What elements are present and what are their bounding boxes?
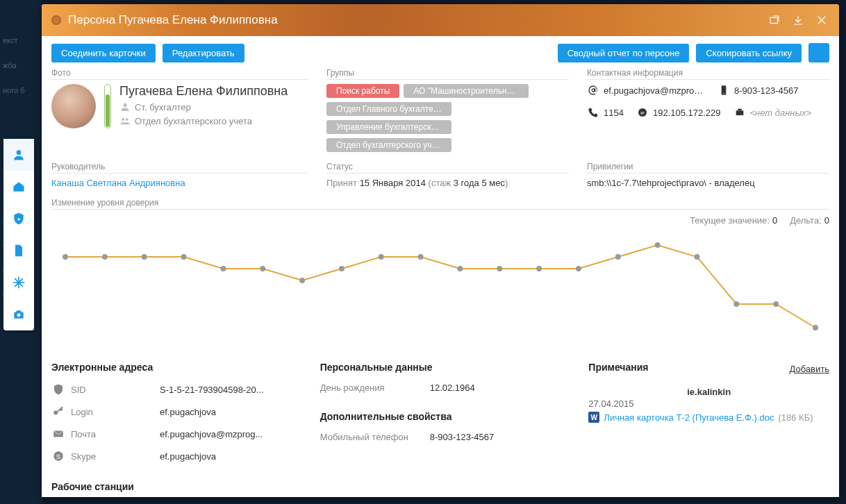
ip-icon: IP [636,106,649,119]
chart-readout: Текущее значение:0 Дельта:0 [690,215,829,226]
rail-snowflake-icon[interactable] [3,267,34,299]
contact-fax: <нет данных> [750,108,812,118]
pd-title: Персональные данные [320,362,561,373]
ap-mobile-value: 8-903-123-4567 [430,432,561,442]
section-contact: Контактная информация [587,68,829,80]
section-manager: Руководитель [51,162,308,174]
login-value: ef.pugachjova [160,407,292,417]
window-title: Персона Пугачева Елена Филипповна [68,13,278,27]
note-file-size: (186 КБ) [778,412,813,423]
mail-value: ef.pugachjova@mzprog... [160,429,292,439]
trust-gauge [104,84,111,128]
section-trust: Изменение уровня доверия [51,198,829,210]
ap-title: Дополнительные свойства [320,411,561,422]
svg-point-5 [126,118,128,121]
svg-point-0 [17,150,22,155]
mobile-icon [718,84,730,96]
note-file-link[interactable]: Личная карточка Т-2 (Пугачева Е.Ф.).doc [604,412,774,423]
skype-icon: S [51,449,65,463]
svg-point-30 [773,301,779,307]
window-popout-icon[interactable] [767,12,782,28]
shield-icon [51,383,65,396]
title-bar: Персона Пугачева Елена Филипповна [42,4,839,36]
upload-button[interactable] [808,43,829,62]
svg-point-28 [694,254,699,260]
persona-card: Персона Пугачева Елена Филипповна Соедин… [42,4,839,497]
merge-cards-button[interactable]: Соединить карточки [51,44,156,62]
svg-point-24 [536,266,542,271]
svg-point-13 [102,254,108,260]
svg-point-21 [418,254,424,260]
status-dot-icon [51,15,61,25]
svg-point-17 [260,266,265,271]
svg-point-4 [122,118,124,121]
fax-icon [733,106,746,119]
rail-camera-icon[interactable] [3,299,34,330]
group-pill[interactable]: Отдел бухгалтерского учета [326,138,451,152]
eaddr-title: Электронные адреса [51,362,292,373]
svg-point-1 [17,313,21,317]
svg-point-27 [655,242,661,248]
group-pill[interactable]: АО "Машиностроительный з... [404,84,529,98]
person-name: Пугачева Елена Филипповна [119,84,288,99]
contact-info: ef.pugachjova@mzprogress... 8-903-123-45… [587,84,829,119]
section-groups: Группы [326,68,569,80]
key-icon [51,405,65,419]
person-department: Отдел бухгалтерского учета [135,116,252,126]
rail-document-icon[interactable] [3,235,34,267]
group-pill[interactable]: Поиск работы [326,84,399,98]
window-close-icon[interactable] [814,12,829,28]
toolbar: Соединить карточки Редактировать Сводный… [42,36,839,68]
manager-link[interactable]: Канаша Светлана Андрияновна [51,178,185,188]
svg-rect-2 [770,17,778,23]
rail-building-icon[interactable] [3,171,34,203]
svg-point-19 [339,266,345,271]
svg-point-22 [457,266,463,271]
copy-link-button[interactable]: Скопировать ссылку [696,44,802,62]
section-privileges: Привилегии [587,162,829,174]
groups-list: Поиск работы АО "Машиностроительный з...… [326,84,569,152]
svg-point-7 [723,93,724,94]
section-photo: Фото [51,68,308,80]
svg-point-18 [299,278,305,283]
section-status: Статус [326,162,569,174]
at-icon [587,84,599,96]
svg-text:IP: IP [640,111,645,115]
contact-ext: 1154 [604,108,624,118]
sid-value: S-1-5-21-793904598-20... [160,385,292,395]
privileges-text: smb:\\1c-7.7\tehproject\pravo\ - владеле… [587,178,829,188]
svg-point-23 [497,266,502,271]
summary-report-button[interactable]: Сводный отчет по персоне [558,44,690,62]
svg-point-31 [813,325,818,330]
mail-icon [51,427,65,441]
window-download-icon[interactable] [790,12,806,28]
svg-rect-11 [738,109,741,111]
dob-value: 12.02.1964 [430,383,561,393]
status-text: Принят 15 Января 2014 (стаж 3 года 5 мес… [326,178,569,188]
svg-point-29 [733,301,739,307]
svg-point-25 [576,266,581,271]
svg-point-14 [142,254,147,260]
contact-ip: 192.105.172.229 [653,108,721,118]
rail-person-icon[interactable] [3,139,34,171]
contact-mobile: 8-903-123-4567 [734,85,799,96]
svg-point-16 [220,266,226,271]
rail-shield-icon[interactable] [3,203,34,235]
group-icon [119,115,131,126]
trust-chart [51,219,829,342]
skype-value: ef.pugachjova [160,451,292,462]
group-pill[interactable]: Управление бухгалтерского ... [326,120,451,134]
phone-icon [587,106,599,119]
svg-rect-10 [736,110,743,115]
edit-button[interactable]: Редактировать [163,44,244,62]
note-date: 27.04.2015 [588,398,829,409]
ws-title: Рабочие станции [51,481,292,492]
avatar [51,84,96,128]
svg-text:S: S [56,453,60,460]
group-pill[interactable]: Отдел Главного бухгалтера [326,102,451,116]
contact-email: ef.pugachjova@mzprogress... [604,85,705,96]
add-note-link[interactable]: Добавить [790,364,829,374]
word-doc-icon: W [588,412,599,423]
svg-point-12 [63,254,68,260]
svg-point-15 [181,254,187,260]
